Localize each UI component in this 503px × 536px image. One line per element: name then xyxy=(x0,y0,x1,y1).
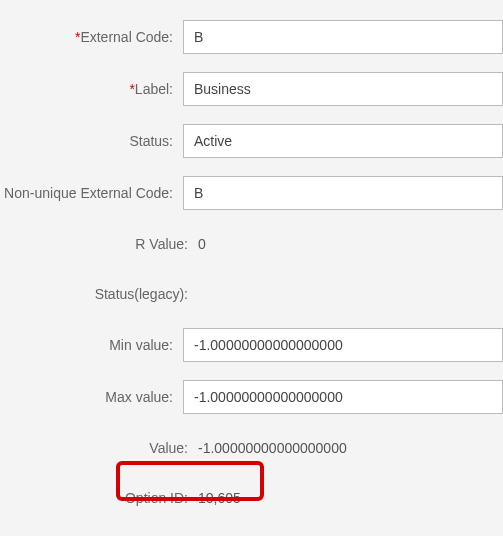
label-value: Value: xyxy=(0,439,198,457)
row-value: Value: -1.00000000000000000 xyxy=(0,432,503,464)
value-r-value: 0 xyxy=(198,236,206,252)
label-status-legacy: Status(legacy): xyxy=(0,285,198,303)
label-r-value: R Value: xyxy=(0,235,198,253)
row-status-legacy: Status(legacy): xyxy=(0,278,503,310)
row-r-value: R Value: 0 xyxy=(0,228,503,260)
value-option-id: 10,605 xyxy=(198,490,241,506)
input-min-value[interactable] xyxy=(183,328,503,362)
value-value: -1.00000000000000000 xyxy=(198,440,347,456)
label-label: *Label: xyxy=(0,80,183,98)
row-external-code: *External Code: xyxy=(0,20,503,54)
row-min-value: Min value: xyxy=(0,328,503,362)
input-max-value[interactable] xyxy=(183,380,503,414)
label-status: Status: xyxy=(0,132,183,150)
label-external-code: *External Code: xyxy=(0,28,183,46)
input-nonunique[interactable] xyxy=(183,176,503,210)
row-last-modified: Last Modified Date: Oct 14, 2019, 5:03:5… xyxy=(0,532,503,536)
row-max-value: Max value: xyxy=(0,380,503,414)
label-min-value: Min value: xyxy=(0,336,183,354)
row-option-id: Option ID: 10,605 xyxy=(0,482,503,514)
input-status[interactable] xyxy=(183,124,503,158)
label-option-id: Option ID: xyxy=(0,489,198,507)
label-max-value: Max value: xyxy=(0,388,183,406)
form-container: *External Code: *Label: Status: Non-uniq… xyxy=(0,20,503,536)
input-label[interactable] xyxy=(183,72,503,106)
row-status: Status: xyxy=(0,124,503,158)
row-label: *Label: xyxy=(0,72,503,106)
input-external-code[interactable] xyxy=(183,20,503,54)
row-nonunique: Non-unique External Code: xyxy=(0,176,503,210)
label-nonunique: Non-unique External Code: xyxy=(0,184,183,202)
